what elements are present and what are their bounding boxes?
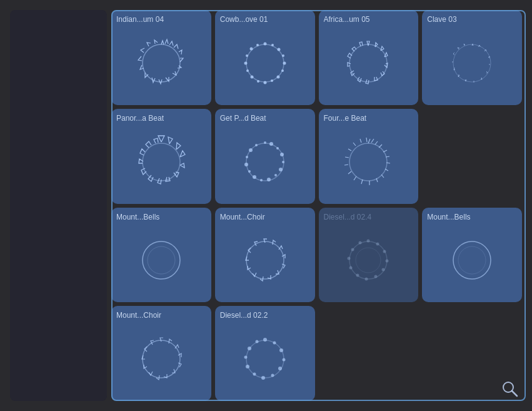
- zoom-icon[interactable]: [502, 381, 518, 397]
- cell-title: Mount...Choir: [116, 311, 206, 320]
- svg-point-66: [253, 373, 256, 376]
- svg-point-68: [244, 356, 247, 359]
- svg-point-64: [271, 374, 274, 377]
- svg-point-10: [263, 81, 266, 84]
- svg-point-29: [267, 178, 271, 181]
- svg-point-47: [382, 268, 385, 271]
- cell-title: Clave 03: [427, 15, 517, 24]
- svg-point-33: [244, 163, 248, 166]
- cell-visual: [220, 224, 310, 298]
- svg-point-41: [349, 241, 387, 279]
- cell-mount-bells-1[interactable]: Mount...Bells: [111, 208, 211, 303]
- svg-point-11: [257, 80, 259, 83]
- svg-point-25: [280, 153, 284, 156]
- cell-visual: [324, 26, 414, 100]
- cell-title: Diesel...d 02.2: [220, 311, 310, 320]
- left-panel: [10, 10, 107, 401]
- waveform-svg: [337, 131, 399, 193]
- svg-point-28: [274, 174, 277, 176]
- svg-point-50: [356, 274, 359, 277]
- sample-grid: Indian...um 04 Cowb...ove 01: [111, 10, 522, 401]
- svg-point-16: [249, 47, 253, 50]
- svg-point-20: [143, 143, 180, 181]
- svg-point-57: [143, 340, 180, 378]
- cell-diesel-02-4[interactable]: Diesel...d 02.4: [319, 208, 419, 303]
- svg-point-13: [246, 69, 249, 72]
- svg-point-46: [386, 260, 389, 263]
- cell-mount-choir-2[interactable]: Mount...Choir: [111, 306, 211, 401]
- svg-point-63: [278, 367, 282, 370]
- svg-point-35: [249, 148, 253, 152]
- cell-title: Mount...Bells: [116, 213, 206, 221]
- svg-point-2: [263, 42, 266, 45]
- waveform-svg: [234, 32, 296, 94]
- svg-point-58: [246, 340, 284, 378]
- svg-point-34: [246, 156, 248, 158]
- svg-point-31: [253, 175, 256, 179]
- cell-diesel-02-2[interactable]: Diesel...d 02.2: [215, 306, 315, 401]
- waveform-svg: [234, 131, 296, 193]
- svg-point-44: [376, 243, 379, 246]
- svg-point-14: [244, 61, 247, 64]
- cell-clave-03[interactable]: Clave 03: [422, 10, 522, 105]
- cell-visual: [324, 224, 414, 298]
- svg-point-24: [276, 147, 279, 150]
- svg-point-30: [260, 179, 263, 181]
- cell-visual: [116, 26, 206, 100]
- svg-point-49: [365, 278, 368, 281]
- grid-container: Indian...um 04 Cowb...ove 01: [0, 0, 532, 411]
- empty-cell-2: [319, 306, 419, 401]
- cell-four-beat[interactable]: Four...e Beat: [319, 109, 419, 204]
- svg-line-72: [512, 391, 517, 396]
- cell-title: Four...e Beat: [324, 114, 414, 123]
- svg-point-55: [453, 241, 491, 279]
- svg-point-39: [148, 246, 175, 274]
- magnifier-svg: [502, 381, 518, 397]
- svg-point-0: [143, 44, 180, 82]
- cell-title: Get P...d Beat: [220, 114, 310, 123]
- svg-point-12: [250, 75, 253, 78]
- svg-point-59: [263, 338, 267, 342]
- svg-point-43: [367, 240, 370, 243]
- cell-visual: [220, 125, 310, 199]
- cell-mount-bells-2[interactable]: Mount...Bells: [422, 208, 522, 303]
- cell-panor-beat[interactable]: Panor...a Beat: [111, 109, 211, 204]
- svg-point-62: [282, 358, 285, 362]
- cell-visual: [427, 26, 517, 100]
- waveform-svg: [234, 229, 296, 292]
- waveform-svg: [130, 229, 193, 292]
- cell-getp-beat[interactable]: Get P...d Beat: [215, 109, 315, 204]
- svg-point-48: [374, 275, 378, 278]
- cell-title: Diesel...d 02.4: [324, 213, 414, 221]
- svg-point-22: [264, 141, 266, 144]
- cell-title: Mount...Choir: [220, 213, 310, 221]
- svg-point-7: [281, 69, 284, 72]
- cell-visual: [116, 224, 206, 298]
- svg-point-15: [246, 54, 248, 57]
- cell-cowb-ove-01[interactable]: Cowb...ove 01: [215, 10, 315, 105]
- svg-point-4: [277, 48, 280, 51]
- svg-point-54: [359, 241, 362, 245]
- cell-mount-choir-1[interactable]: Mount...Choir: [215, 208, 315, 303]
- cell-title: Africa...um 05: [324, 15, 414, 24]
- cell-africa-um-05[interactable]: Africa...um 05: [319, 10, 419, 105]
- cell-visual: [324, 125, 414, 199]
- cell-title: Indian...um 04: [116, 15, 206, 24]
- svg-point-53: [351, 248, 354, 251]
- svg-point-26: [282, 161, 284, 163]
- svg-point-23: [269, 142, 273, 146]
- cell-indian-um-04[interactable]: Indian...um 04: [111, 10, 211, 105]
- waveform-svg: [130, 328, 193, 390]
- svg-point-17: [256, 44, 259, 46]
- waveform-svg: [337, 229, 399, 292]
- svg-point-67: [246, 365, 249, 368]
- svg-point-27: [279, 168, 283, 171]
- svg-point-61: [279, 348, 283, 352]
- svg-point-8: [276, 75, 279, 78]
- waveform-svg: [337, 32, 399, 94]
- empty-cell: [422, 109, 522, 204]
- svg-point-38: [143, 241, 180, 279]
- svg-point-5: [282, 54, 284, 57]
- svg-point-9: [271, 79, 273, 82]
- cell-visual: [427, 224, 517, 298]
